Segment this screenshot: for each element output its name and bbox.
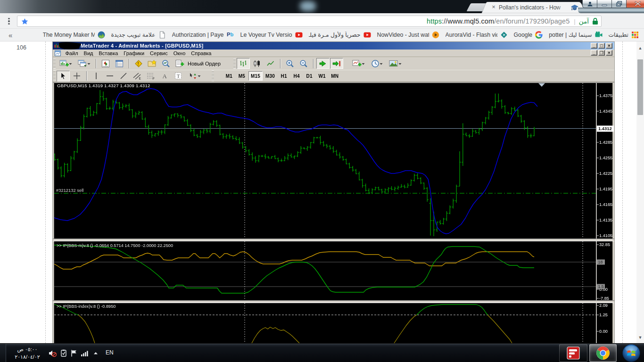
chrome-icon — [596, 346, 610, 360]
svg-text:1.25: 1.25 — [599, 313, 608, 317]
mt4-menu-2: Вставка — [97, 50, 120, 57]
mt4-menu-4: Сервис — [149, 50, 170, 57]
toolbar-drag-handle — [212, 71, 214, 81]
dot — [8, 20, 9, 22]
terminal-button — [146, 58, 159, 69]
show-hidden-icons-arrow[interactable] — [92, 349, 99, 357]
url-zone: https://www.mql5.com/en/forum/179290/pag… — [427, 16, 598, 26]
bookmarks-overflow-chevron[interactable]: « — [8, 31, 12, 39]
remove-hardware-icon[interactable] — [60, 349, 68, 357]
bookmark-star-icon[interactable] — [21, 18, 28, 25]
url-host: www.mql5.com — [447, 17, 494, 25]
zoom-out-button — [297, 58, 310, 69]
timeframe-D1: D1 — [303, 71, 315, 81]
bookmark-item[interactable]: potter | سينما ليك — [547, 30, 603, 40]
restore-button[interactable] — [612, 0, 627, 8]
profile-button[interactable] — [582, 0, 597, 8]
post-number: 106 — [17, 44, 26, 51]
mt4-menu-1: Вид — [82, 50, 95, 57]
taskbar-app-red[interactable] — [559, 344, 587, 362]
show-desktop-button[interactable] — [0, 344, 6, 362]
candlestick-button — [250, 58, 264, 69]
taskbar-clock[interactable]: ٠٥:٠٠ ص ٢٠١٨/٠٤/٠٢ — [8, 346, 47, 361]
bookmark-label: potter | سينما ليك — [549, 32, 592, 38]
taskbar-app-chrome[interactable] — [589, 344, 617, 362]
timeframe-M1: M1 — [223, 71, 235, 81]
start-button[interactable] — [620, 344, 642, 362]
youtube-icon — [295, 31, 303, 39]
strategy-tester-button — [159, 58, 173, 69]
toolbar-separator — [96, 59, 97, 68]
mt4-window-title: MetaTrader 4 - Admiral Markets - [GBPUSD… — [81, 43, 203, 49]
volume-muted-icon[interactable] — [49, 349, 57, 357]
minimize-button[interactable] — [597, 0, 612, 8]
scrollbar-thumb[interactable] — [637, 59, 643, 115]
lock-icon[interactable] — [592, 17, 598, 25]
toolbar-separator — [313, 59, 314, 68]
svg-text:#3212132 sell: #3212132 sell — [56, 188, 83, 193]
bookmark-item[interactable]: علامة تبويب جديدة — [110, 30, 167, 40]
browser-menu-icon[interactable] — [5, 16, 13, 26]
browser-tab[interactable]: × Pollan's indicators - How — [481, 2, 586, 13]
text-label-button: T — [172, 71, 185, 82]
omnibox[interactable]: https://www.mql5.com/en/forum/179290/pag… — [17, 16, 602, 27]
scrollbar-up-arrow[interactable]: ▲ — [637, 45, 643, 51]
browser-scrollbar[interactable]: ▲ ▼ — [636, 41, 644, 343]
bookmark-label: علامة تبويب جديدة — [111, 32, 156, 38]
svg-text:0.00: 0.00 — [599, 329, 608, 334]
language-indicator[interactable]: EN — [106, 349, 114, 356]
mt4-mdi-buttons: _ ❐ × — [591, 50, 612, 56]
google-g-icon — [535, 31, 543, 39]
dot — [8, 18, 9, 19]
url-divider: | — [574, 18, 575, 25]
bookmark-item[interactable]: Le Voyeur Tv Version — [239, 30, 304, 40]
line-chart-button — [264, 58, 277, 69]
close-button[interactable] — [627, 0, 644, 8]
bookmark-item[interactable]: حصرياً ولأول مـرة فيلـم الا — [307, 30, 372, 40]
svg-text:A: A — [162, 73, 167, 80]
mt4-screenshot[interactable]: MetaTrader 4 - Admiral Markets - [GBPUSD… — [53, 42, 614, 362]
svg-text:1.4225: 1.4225 — [599, 171, 612, 176]
arrows-button — [185, 71, 203, 82]
bookmark-item[interactable]: تطبيقات — [607, 30, 640, 40]
svg-text:T: T — [177, 73, 180, 79]
timeframe-H1: H1 — [278, 71, 290, 81]
bookmark-item[interactable]: Google — [512, 30, 545, 40]
url-scheme: https — [427, 17, 442, 25]
clock-date: ٢٠١٨/٠٤/٠٢ — [8, 353, 47, 361]
svg-text:1.4255: 1.4255 — [599, 156, 612, 160]
action-center-flag-icon[interactable] — [70, 349, 78, 357]
secure-label: آمن — [579, 17, 589, 25]
navigator-button: ! — [132, 58, 145, 69]
svg-text:1.4345: 1.4345 — [599, 109, 612, 114]
page-icon — [158, 31, 166, 39]
crosshair-button — [70, 71, 83, 82]
market-watch-button — [99, 58, 112, 69]
network-signal-icon[interactable] — [81, 349, 89, 357]
svg-text:-7.85: -7.85 — [599, 296, 609, 301]
post-border-right — [622, 41, 623, 343]
bookmark-label: Authorization | Payee — [172, 32, 224, 38]
forum-page: 106 MetaTrader 4 - Admiral Markets - [GB… — [0, 41, 644, 343]
close-icon — [635, 1, 641, 7]
mt4-chart-area: GBPUSD,M15 1.4319 1.4327 1.4309 1.4312#3… — [53, 82, 614, 362]
timeframe-M30: M30 — [263, 71, 277, 81]
mt4-menu-3: Графики — [122, 50, 146, 57]
toolbar-drag-handle — [53, 71, 56, 81]
bookmark-item[interactable]: AuroraVid - Flash vid — [444, 30, 509, 40]
svg-text:32.85: 32.85 — [599, 242, 610, 247]
indicators-button — [349, 58, 367, 69]
tab-close-icon[interactable]: × — [490, 4, 497, 10]
svg-text:1.4285: 1.4285 — [599, 140, 612, 145]
scrollbar-down-arrow[interactable]: ▼ — [637, 335, 643, 340]
text-button: A — [158, 71, 171, 82]
bookmark-label: حصرياً ولأول مـرة فيلـم الا — [309, 32, 361, 38]
svg-text:E: E — [139, 77, 141, 80]
bookmark-item[interactable]: The Money Maker Ma — [41, 30, 107, 40]
clock-time: ٠٥:٠٠ ص — [8, 346, 47, 353]
bookmark-item[interactable]: Authorization | PayeePb — [171, 30, 236, 40]
bookmark-item[interactable]: NowVideo - Just wat — [376, 30, 441, 40]
mt4-window-buttons: _ □ × — [591, 43, 612, 49]
bookmark-label: NowVideo - Just wat — [377, 32, 429, 38]
chart-shift-button — [330, 58, 343, 69]
